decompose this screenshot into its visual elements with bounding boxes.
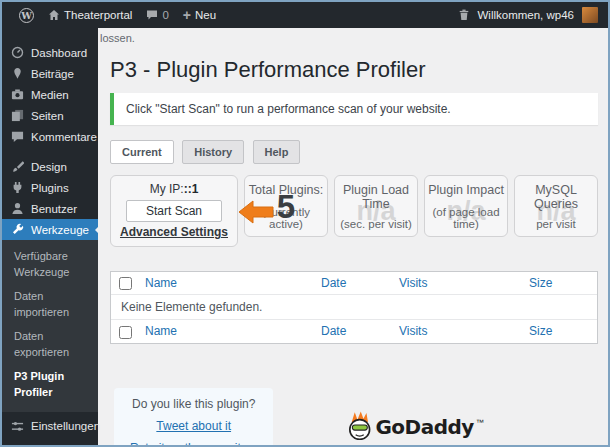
godaddy-logo: GoDaddy ™ <box>347 410 483 444</box>
sidebar-item-label: Plugins <box>31 182 69 194</box>
sliders-icon <box>10 420 24 433</box>
tweet-link[interactable]: Tweet about it <box>130 419 257 433</box>
user-icon <box>10 202 24 215</box>
table-header-row: Name Date Visits Size <box>111 272 597 295</box>
metric-title: Plugin Impact <box>428 183 504 197</box>
sidebar-item-label: Kommentare <box>31 131 97 143</box>
table-footer-row: Name Date Visits Size <box>111 320 597 342</box>
sidebar-item-dashboard[interactable]: Dashboard <box>2 42 98 63</box>
sidebar-item-label: Seiten <box>31 110 64 122</box>
metric-title: Plugin Load Time <box>338 183 414 211</box>
notice-text: Click "Start Scan" to run a performance … <box>126 102 451 116</box>
brush-icon <box>10 160 24 173</box>
column-footer-date[interactable]: Date <box>321 324 399 338</box>
metric-value: 5 <box>245 188 327 226</box>
wrench-icon <box>10 223 24 236</box>
metric-plugin-load-time: Plugin Load Time n/a (sec. per visit) <box>334 175 418 237</box>
metric-title: MySQL Queries <box>518 183 594 211</box>
my-ip-label: My IP: <box>150 182 184 196</box>
column-header-date[interactable]: Date <box>321 276 399 290</box>
trash-icon[interactable] <box>458 9 470 21</box>
user-avatar[interactable] <box>582 7 598 23</box>
sidebar-item-tools[interactable]: Werkzeuge <box>2 219 98 240</box>
metric-caption: per visit <box>515 218 597 230</box>
scan-panel: My IP:::1 Start Scan Advanced Settings <box>110 175 238 247</box>
select-all-checkbox-bottom[interactable] <box>119 326 132 339</box>
tab-history[interactable]: History <box>182 140 244 164</box>
submenu-available-tools[interactable]: Verfügbare Werkzeuge <box>2 245 98 285</box>
metric-mysql-queries: MySQL Queries n/a per visit <box>514 175 598 237</box>
godaddy-wordmark: GoDaddy <box>375 415 473 439</box>
metric-plugin-impact: Plugin Impact n/a (of page load time) <box>424 175 508 237</box>
sidebar-item-users[interactable]: Benutzer <box>2 198 98 219</box>
sidebar-item-label: Benutzer <box>31 203 77 215</box>
sidebar-item-posts[interactable]: Beiträge <box>2 63 98 84</box>
sidebar-item-media[interactable]: Medien <box>2 84 98 105</box>
home-icon <box>48 9 60 21</box>
comments-shortcut[interactable]: 0 <box>139 2 175 28</box>
tab-help[interactable]: Help <box>253 140 301 164</box>
sidebar-item-plugins[interactable]: Plugins <box>2 177 98 198</box>
comment-count: 0 <box>162 9 168 21</box>
column-header-size[interactable]: Size <box>529 276 589 290</box>
wordpress-logo-icon: W <box>19 8 34 23</box>
sidebar-item-comments[interactable]: Kommentare <box>2 126 98 147</box>
submenu-import[interactable]: Daten importieren <box>2 285 98 325</box>
like-prompt: Do you like this plugin? <box>132 397 255 411</box>
tab-current[interactable]: Current <box>110 140 174 164</box>
advanced-settings-link[interactable]: Advanced Settings <box>115 225 233 239</box>
dashboard-icon <box>10 46 24 59</box>
wordpress-admin-window: W Theaterportal 0 + Neu Willkommen, wp46 <box>0 0 610 447</box>
start-scan-button[interactable]: Start Scan <box>126 200 222 222</box>
sidebar-item-label: Werkzeuge <box>31 224 89 236</box>
submenu-export[interactable]: Daten exportieren <box>2 325 98 365</box>
column-footer-size[interactable]: Size <box>529 324 589 338</box>
metric-caption: (of page load time) <box>425 206 507 230</box>
clipped-notice-text: lossen. <box>98 28 608 44</box>
new-label: Neu <box>195 9 216 21</box>
comment-bubble-icon <box>146 9 158 21</box>
like-plugin-box: Do you like this plugin? Tweet about it … <box>114 388 273 445</box>
page-title: P3 - Plugin Performance Profiler <box>110 57 598 83</box>
column-header-name[interactable]: Name <box>145 276 321 290</box>
success-notice: Click "Start Scan" to run a performance … <box>110 93 598 125</box>
plus-icon: + <box>183 7 191 23</box>
camera-icon <box>10 88 24 101</box>
wordpress-menu[interactable]: W <box>12 2 41 28</box>
godaddy-mascot-icon <box>347 410 373 444</box>
plugin-footer: Do you like this plugin? Tweet about it … <box>114 388 608 445</box>
scan-history-table: Name Date Visits Size Keine Elemente gef… <box>110 271 598 344</box>
rate-link[interactable]: Rate it on the repository <box>130 441 257 445</box>
plug-icon <box>10 181 24 194</box>
site-name: Theaterportal <box>64 9 132 21</box>
column-footer-name[interactable]: Name <box>145 324 321 338</box>
my-ip-value: ::1 <box>184 182 199 196</box>
site-link[interactable]: Theaterportal <box>41 2 139 28</box>
sidebar-item-label: Medien <box>31 89 69 101</box>
tab-bar: Current History Help <box>110 140 608 164</box>
column-header-visits[interactable]: Visits <box>399 276 529 290</box>
admin-bar: W Theaterportal 0 + Neu Willkommen, wp46 <box>2 2 608 28</box>
admin-content: lossen. P3 - Plugin Performance Profiler… <box>98 28 608 445</box>
sidebar-item-label: Einstellungen <box>31 420 100 432</box>
metrics-row: My IP:::1 Start Scan Advanced Settings T… <box>110 175 598 247</box>
comment-icon <box>10 130 24 143</box>
empty-table-message: Keine Elemente gefunden. <box>111 295 597 320</box>
sidebar-item-label: Dashboard <box>31 47 87 59</box>
column-footer-visits[interactable]: Visits <box>399 324 529 338</box>
select-all-checkbox[interactable] <box>119 277 132 290</box>
sidebar-item-pages[interactable]: Seiten <box>2 105 98 126</box>
admin-sidebar: Dashboard Beiträge Medien Seiten <box>2 28 98 445</box>
metric-total-plugins: Total Plugins: 5 (currently active) <box>244 175 328 237</box>
submenu-p3-plugin-profiler[interactable]: P3 Plugin Profiler <box>2 365 98 405</box>
new-content-button[interactable]: + Neu <box>176 2 223 28</box>
sidebar-item-label: Design <box>31 161 67 173</box>
sidebar-item-settings[interactable]: Einstellungen <box>2 416 98 437</box>
pin-icon <box>10 67 24 80</box>
metric-caption: (sec. per visit) <box>335 218 417 230</box>
sidebar-item-appearance[interactable]: Design <box>2 156 98 177</box>
sidebar-item-label: Beiträge <box>31 68 74 80</box>
welcome-text[interactable]: Willkommen, wp46 <box>478 9 575 21</box>
pages-icon <box>10 109 24 122</box>
tools-submenu: Verfügbare Werkzeuge Daten importieren D… <box>2 240 98 412</box>
